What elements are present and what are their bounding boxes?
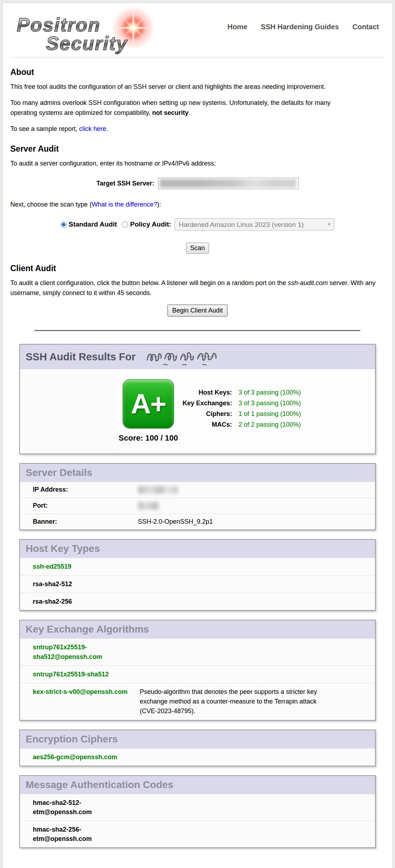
scan-button[interactable]: Scan (186, 243, 209, 254)
section-divider (35, 330, 360, 331)
main-nav: Home SSH Hardening Guides Contact (227, 3, 385, 57)
nav-item-ssh-hardening-guides[interactable]: SSH Hardening Guides (261, 23, 339, 57)
kex-row: sntrup761x25519- sha512@openssh.com (20, 639, 375, 665)
standard-audit-label[interactable]: Standard Audit (69, 220, 117, 228)
results-panel-header: SSH Audit Results For (20, 345, 375, 369)
main-card: Positron Security Home SSH Hardening Gui… (2, 2, 393, 868)
stat-row-macs: MACs: 2 of 2 passing (100%) (182, 419, 301, 430)
results-stats: Host Keys: 3 of 3 passing (100%) Key Exc… (182, 387, 301, 443)
logo-text-positron: Positron (17, 14, 101, 35)
kex-row: sntrup761x25519-sha512 (20, 665, 375, 683)
not-security-emphasis: not security (152, 109, 189, 116)
key-exchange-header: Key Exchange Algorithms (20, 620, 375, 639)
results-panel: SSH Audit Results For A+ (19, 344, 376, 454)
redacted-input-value (160, 179, 296, 188)
scan-type-difference-link[interactable]: What is the difference? (92, 201, 157, 208)
host-key-row: rsa-sha2-256 (20, 593, 375, 610)
kex-row: kex-strict-s-v00@openssh.com Pseudo-algo… (20, 683, 375, 720)
results-body: A+ Score: 100 / 100 Host Keys: 3 of 3 pa… (118, 369, 375, 453)
redacted-port (138, 502, 159, 510)
policy-audit-radio[interactable] (122, 222, 128, 228)
stat-row-host-keys: Host Keys: 3 of 3 passing (100%) (182, 387, 301, 398)
sample-report-link[interactable]: click here (79, 125, 106, 132)
begin-client-audit-button[interactable]: Begin Client Audit (168, 305, 227, 316)
policy-select-wrap: Hardened Amazon Linux 2023 (version 1) (175, 218, 334, 230)
server-details-row-ip: IP Address: (20, 482, 375, 498)
server-details-header: Server Details (20, 464, 375, 482)
about-paragraph-2: Too many admins overlook SSH configurati… (10, 98, 353, 118)
client-audit-instructions: To audit a client configuration, click t… (10, 278, 381, 298)
scan-type-radio-row: Standard Audit Policy Audit: Hardened Am… (10, 218, 385, 230)
kex-note: Pseudo-algorithm that denotes the peer s… (140, 687, 334, 716)
stat-row-key-exchanges: Key Exchanges: 3 of 3 passing (100%) (182, 398, 301, 408)
macs-panel: Message Authentication Codes hmac-sha2-5… (19, 775, 376, 848)
about-title: About (10, 67, 385, 77)
encryption-ciphers-header: Encryption Ciphers (20, 730, 375, 748)
host-key-types-header: Host Key Types (20, 540, 375, 558)
stat-row-ciphers: Ciphers: 1 of 1 passing (100%) (182, 408, 301, 419)
nav-item-home[interactable]: Home (227, 23, 247, 57)
host-key-row: ssh-ed25519 (20, 558, 375, 575)
server-details-panel: Server Details IP Address: Port: Banner:… (19, 463, 376, 530)
logo-text-security: Security (46, 32, 128, 54)
nav-item-contact[interactable]: Contact (353, 23, 379, 57)
grade-badge: A+ (123, 379, 174, 428)
standard-audit-radio[interactable] (61, 222, 67, 228)
grade-column: A+ Score: 100 / 100 (118, 379, 179, 443)
page: { "header": { "logo_line1": "Positron", … (0, 0, 395, 868)
server-details-row-port: Port: (20, 498, 375, 514)
host-key-row: rsa-sha2-512 (20, 575, 375, 593)
target-server-label: Target SSH Server: (96, 180, 154, 187)
server-audit-instructions: To audit a server configuration, enter i… (10, 159, 385, 169)
redacted-ip-address (138, 486, 178, 494)
results-title: SSH Audit Results For (26, 351, 135, 363)
redacted-hostname (140, 349, 224, 366)
mac-row: hmac-sha2-256- etm@openssh.com (20, 821, 375, 847)
about-paragraph-1: This free tool audits the configuration … (10, 82, 385, 92)
key-exchange-panel: Key Exchange Algorithms sntrup761x25519-… (19, 620, 376, 720)
grade-letter: A+ (131, 388, 166, 420)
target-server-input[interactable] (158, 178, 299, 189)
policy-select[interactable]: Hardened Amazon Linux 2023 (version 1) (175, 218, 334, 230)
score-label: Score: 100 / 100 (119, 433, 178, 443)
encryption-ciphers-panel: Encryption Ciphers aes256-gcm@openssh.co… (19, 730, 376, 766)
client-audit-title: Client Audit (10, 264, 385, 273)
macs-header: Message Authentication Codes (20, 776, 375, 794)
site-header: Positron Security Home SSH Hardening Gui… (10, 3, 385, 57)
scan-type-line: Next, choose the scan type (What is the … (10, 200, 385, 210)
target-server-row: Target SSH Server: (10, 178, 385, 189)
banner-value: SSH-2.0-OpenSSH_9.2p1 (138, 518, 213, 526)
mac-row: hmac-sha2-512- etm@openssh.com (20, 794, 375, 821)
server-details-row-banner: Banner: SSH-2.0-OpenSSH_9.2p1 (20, 514, 375, 529)
server-audit-title: Server Audit (10, 144, 385, 154)
ssh-audit-domain: ssh-audit.com (288, 279, 328, 286)
about-paragraph-3: To see a sample report, click here. (10, 124, 385, 134)
cipher-row: aes256-gcm@openssh.com (20, 748, 375, 766)
host-key-types-panel: Host Key Types ssh-ed25519 rsa-sha2-512 … (19, 539, 376, 611)
policy-audit-label[interactable]: Policy Audit: (130, 220, 171, 228)
positron-security-logo: Positron Security (10, 4, 167, 54)
